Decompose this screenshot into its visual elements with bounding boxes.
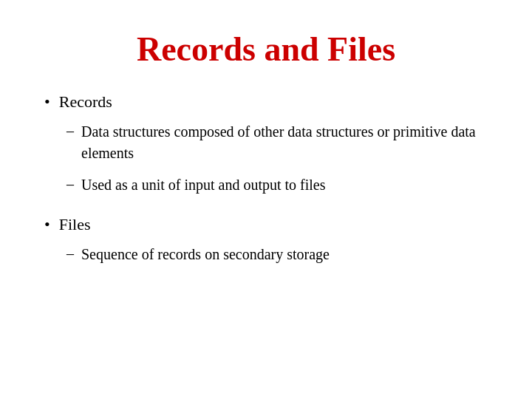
slide: Records and Files • Records – Data struc…: [0, 0, 532, 399]
records-group: • Records – Data structures composed of …: [44, 91, 488, 202]
sub-item-sequence: – Sequence of records on secondary stora…: [66, 244, 488, 265]
files-label: Files: [59, 214, 91, 236]
slide-title: Records and Files: [44, 30, 488, 69]
sub-text-data-structures: Data structures composed of other data s…: [81, 121, 488, 164]
sub-text-unit-input: Used as a unit of input and output to fi…: [81, 174, 326, 196]
bullet-dot-files: •: [44, 215, 50, 234]
sub-item-data-structures: – Data structures composed of other data…: [66, 121, 488, 164]
dash-icon-2: –: [66, 176, 74, 193]
files-bullet: • Files: [44, 214, 488, 236]
files-sub-items: – Sequence of records on secondary stora…: [66, 244, 488, 265]
dash-icon-1: –: [66, 123, 74, 140]
records-bullet: • Records: [44, 91, 488, 114]
bullet-dot-records: •: [44, 92, 50, 112]
records-sub-items: – Data structures composed of other data…: [66, 121, 488, 196]
slide-content: • Records – Data structures composed of …: [44, 91, 488, 369]
dash-icon-3: –: [66, 245, 74, 262]
sub-text-sequence: Sequence of records on secondary storage: [81, 244, 330, 265]
sub-item-unit-input: – Used as a unit of input and output to …: [66, 174, 488, 196]
files-group: • Files – Sequence of records on seconda…: [44, 214, 488, 271]
records-label: Records: [59, 91, 112, 114]
